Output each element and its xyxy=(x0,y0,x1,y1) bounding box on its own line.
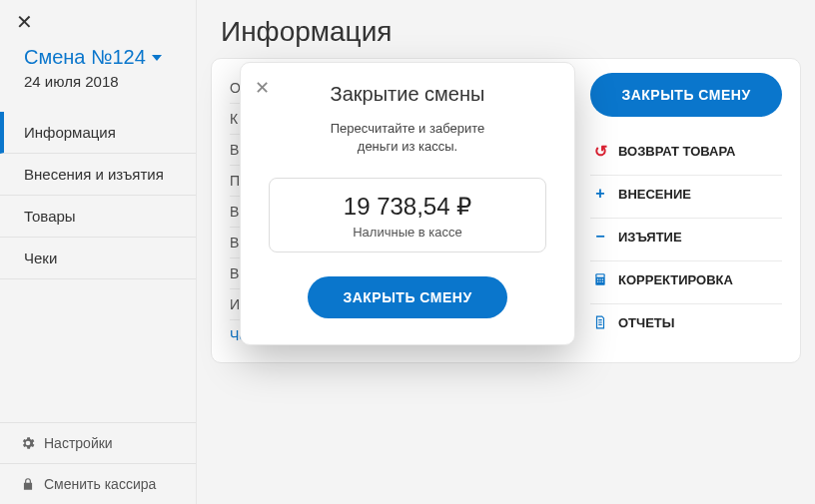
dialog-title: Закрытие смены xyxy=(269,83,546,106)
close-shift-dialog: ✕ Закрытие смены Пересчитайте и заберите… xyxy=(240,62,575,345)
dialog-instruction: Пересчитайте и заберите деньги из кассы. xyxy=(269,120,546,156)
dialog-close-icon[interactable]: ✕ xyxy=(255,77,270,99)
cash-box: 19 738,54 ₽ Наличные в кассе xyxy=(269,178,546,252)
cash-label: Наличные в кассе xyxy=(276,225,539,240)
dialog-confirm-button[interactable]: ЗАКРЫТЬ СМЕНУ xyxy=(308,276,507,318)
cash-amount: 19 738,54 ₽ xyxy=(276,193,539,221)
dialog-overlay: ✕ Закрытие смены Пересчитайте и заберите… xyxy=(0,0,815,504)
